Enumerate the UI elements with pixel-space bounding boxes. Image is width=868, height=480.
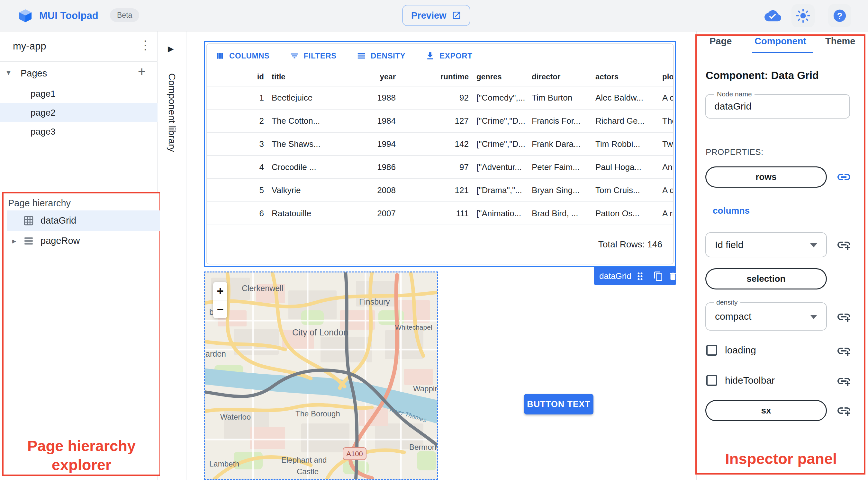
map-zoom-control: + − [213, 282, 227, 318]
table-cell: 6 [207, 209, 268, 219]
sx-property-button[interactable]: sx [705, 400, 827, 421]
chevron-right-icon[interactable]: ▸ [7, 236, 21, 246]
table-cell: 5 [207, 185, 268, 195]
inspector-panel: Page Component Theme Component: Data Gri… [696, 31, 868, 480]
table-cell: 142 [400, 139, 472, 149]
page-hierarchy-title: Page hierarchy [8, 198, 71, 209]
hierarchy-item-pagerow[interactable]: ▸ pageRow [7, 231, 163, 251]
mui-toolpad-logo-icon [18, 8, 33, 23]
table-cell: Beetlejuice [268, 93, 335, 103]
active-tab-indicator [752, 52, 813, 53]
zoom-out-button[interactable]: − [213, 300, 227, 318]
map-component[interactable]: A100 ClerkenwellFinsburybornCity of Lond… [204, 271, 438, 480]
id-field-binding-link-icon[interactable] [836, 236, 852, 253]
tab-theme[interactable]: Theme [825, 36, 855, 46]
table-cell: 2 [207, 116, 268, 126]
columns-button[interactable]: COLUMNS [215, 51, 270, 61]
table-row[interactable]: 4Crocodile ...198697["Adventur...Peter F… [207, 156, 673, 179]
table-cell: A dr [658, 185, 674, 195]
hidetoolbar-label: hideToolbar [725, 375, 775, 386]
duplicate-node-icon[interactable] [653, 271, 663, 282]
table-cell: The [658, 116, 674, 126]
table-cell: Tim Robbi... [591, 139, 658, 149]
table-row[interactable]: 1Beetlejuice198892["Comedy",...Tim Burto… [207, 87, 673, 109]
table-cell: 121 [400, 185, 472, 195]
button-component[interactable]: BUTTON TEXT [524, 394, 593, 414]
total-rows-label: Total Rows: 146 [598, 239, 662, 250]
component-library-label[interactable]: Component library [166, 73, 178, 152]
sidebar-item-page2[interactable]: page2 [0, 103, 157, 122]
filter-list-icon [290, 51, 299, 61]
density-button[interactable]: DENSITY [356, 51, 405, 61]
filters-button[interactable]: FILTERS [290, 51, 337, 61]
column-header-actors[interactable]: actors [591, 72, 658, 81]
density-select[interactable]: density compact [705, 302, 827, 330]
hidetoolbar-checkbox[interactable] [706, 375, 717, 386]
column-header-year[interactable]: year [335, 72, 400, 81]
loading-binding-link-icon[interactable] [836, 343, 852, 359]
project-name: my-app [13, 40, 46, 52]
loading-checkbox[interactable] [706, 345, 717, 356]
column-header-title[interactable]: title [268, 72, 335, 81]
datagrid-component-selected[interactable]: COLUMNS FILTERS DENSITY EXPORT idtitleye… [204, 41, 676, 267]
table-row[interactable]: 6Ratatouille2007111["Animatio...Brad Bir… [207, 202, 673, 225]
view-column-icon [215, 51, 225, 61]
hierarchy-item-datagrid[interactable]: dataGrid [7, 211, 163, 231]
tab-page[interactable]: Page [710, 36, 732, 46]
sx-binding-link-icon[interactable] [836, 402, 852, 419]
add-page-button[interactable]: + [134, 64, 149, 80]
data-grid-icon [21, 215, 36, 226]
export-button[interactable]: EXPORT [425, 51, 472, 61]
selection-property-button[interactable]: selection [705, 268, 827, 289]
table-cell: 2008 [335, 185, 400, 195]
chevron-down-icon[interactable]: ▾ [6, 67, 10, 77]
preview-button[interactable]: Preview [402, 5, 470, 26]
map-label: Elephant and [281, 456, 327, 464]
delete-node-icon[interactable] [668, 271, 678, 281]
node-name-field[interactable]: Node name dataGrid [705, 94, 850, 119]
column-header-plot[interactable]: plot [658, 72, 674, 81]
density-binding-link-icon[interactable] [836, 309, 852, 325]
hidetoolbar-property-row: hideToolbar [706, 375, 775, 386]
project-more-menu-icon[interactable]: ⋮ [139, 38, 152, 52]
annotation-page-hierarchy-explorer: Page hierarchy explorer [2, 436, 161, 474]
table-cell: ["Comedy",... [472, 93, 528, 103]
drag-handle-icon[interactable] [636, 271, 644, 281]
table-cell: 3 [207, 139, 268, 149]
table-cell: Tom Cruis... [591, 185, 658, 195]
table-row[interactable]: 3The Shaws...1994142["Crime","D...Frank … [207, 133, 673, 156]
table-row[interactable]: 2The Cotton...1984127["Crime","D...Franc… [207, 109, 673, 133]
select-caret-icon [810, 243, 817, 247]
rows-property-button[interactable]: rows [705, 166, 827, 188]
datagrid-footer: Total Rows: 146 [207, 225, 673, 264]
zoom-in-button[interactable]: + [213, 282, 227, 300]
page-row-icon [21, 235, 36, 247]
map-label: Whitechapel [395, 323, 432, 331]
column-header-id[interactable]: id [207, 72, 268, 81]
selected-node-chip: dataGrid [594, 267, 676, 285]
map-label: Finsbury [359, 297, 390, 306]
annotation-inspector-panel: Inspector panel [696, 450, 866, 468]
cloud-done-icon [765, 7, 781, 24]
table-cell: The Shaws... [268, 139, 335, 149]
table-cell: A co [658, 93, 674, 103]
table-cell: Peter Faim... [528, 162, 591, 172]
hidetoolbar-binding-link-icon[interactable] [836, 373, 852, 389]
column-header-director[interactable]: director [528, 72, 591, 81]
table-cell: Alec Baldw... [591, 93, 658, 103]
help-button[interactable]: ? [828, 4, 851, 27]
page-hierarchy-panel: Page hierarchy dataGrid ▸ pageRow [2, 192, 161, 476]
table-cell: An A [658, 162, 674, 172]
theme-toggle-button[interactable] [792, 4, 815, 27]
expand-component-library-icon[interactable]: ▶ [168, 44, 174, 53]
column-header-genres[interactable]: genres [472, 72, 528, 81]
sidebar-item-page3[interactable]: page3 [0, 122, 157, 141]
table-row[interactable]: 5Valkyrie2008121["Drama","...Bryan Sing.… [207, 179, 673, 202]
sidebar-item-page1[interactable]: page1 [0, 84, 157, 103]
rows-binding-link-icon[interactable] [836, 169, 852, 185]
columns-property-link[interactable]: columns [713, 205, 750, 216]
tab-component[interactable]: Component [754, 36, 806, 46]
hierarchy-item-label: dataGrid [40, 215, 76, 226]
column-header-runtime[interactable]: runtime [400, 72, 472, 81]
id-field-select[interactable]: Id field [705, 232, 827, 257]
